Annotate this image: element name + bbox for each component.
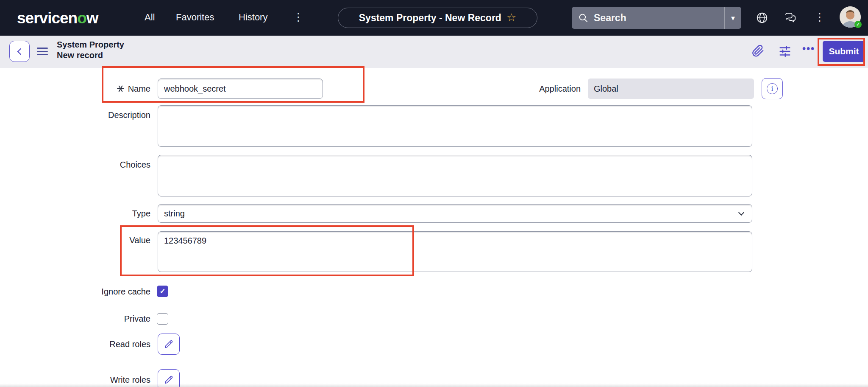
type-select[interactable]: string <box>158 204 752 223</box>
pencil-icon <box>163 339 174 350</box>
top-kebab-icon[interactable]: ⋮ <box>814 11 825 22</box>
submit-button[interactable]: Submit <box>823 41 865 62</box>
field-label-value: Value <box>42 235 150 245</box>
form-header-bar: System Property New record ••• Submit <box>0 36 868 68</box>
value-label-text: Value <box>129 235 150 245</box>
attachment-button[interactable] <box>751 44 765 58</box>
field-label-description: Description <box>42 110 150 120</box>
form-title-type: System Property <box>57 39 124 50</box>
field-label-application: Application <box>483 84 581 94</box>
info-icon: i <box>767 83 778 94</box>
record-tab-label: System Property - New Record <box>359 12 501 24</box>
nav-overflow-kebab-icon[interactable]: ⋮ <box>293 11 304 22</box>
search-scope-dropdown[interactable]: ▼ <box>724 7 741 29</box>
global-search[interactable]: ▼ <box>572 7 741 29</box>
form-title-record: New record <box>57 50 124 61</box>
caret-down-icon: ▼ <box>730 14 736 22</box>
field-label-ignore-cache: Ignore cache <box>42 286 150 297</box>
value-textarea[interactable]: 123456789 <box>158 231 752 272</box>
write-roles-label-text: Write roles <box>110 375 150 385</box>
open-record-tab[interactable]: System Property - New Record ☆ <box>338 8 537 28</box>
form-context-menu-icon[interactable] <box>37 46 48 56</box>
logo-text-pre: servicen <box>17 9 77 27</box>
name-input[interactable] <box>158 79 323 99</box>
description-textarea[interactable] <box>158 105 752 147</box>
chevron-down-icon <box>738 209 744 215</box>
favorite-star-icon[interactable]: ☆ <box>506 12 516 23</box>
choices-textarea[interactable] <box>158 155 752 196</box>
ignore-cache-label-text: Ignore cache <box>101 286 150 297</box>
search-icon <box>578 12 589 23</box>
type-label-text: Type <box>132 208 150 219</box>
field-label-type: Type <box>42 208 150 219</box>
more-options-icon[interactable]: ••• <box>802 43 815 55</box>
pencil-icon <box>163 374 174 385</box>
private-label-text: Private <box>124 314 150 324</box>
logo-green-o: o <box>77 9 86 27</box>
write-roles-edit-button[interactable] <box>158 369 180 387</box>
nav-item-history[interactable]: History <box>239 12 267 23</box>
read-roles-edit-button[interactable] <box>158 334 180 355</box>
application-info-button[interactable]: i <box>762 78 783 99</box>
user-avatar[interactable]: ✓ <box>840 6 861 28</box>
form-title: System Property New record <box>57 39 124 61</box>
type-select-value: string <box>164 209 185 219</box>
servicenow-logo[interactable]: servicenow <box>17 9 98 27</box>
field-label-name: Name <box>42 84 150 94</box>
application-readonly-field: Global <box>588 79 754 99</box>
back-button[interactable] <box>9 41 30 62</box>
choices-label-text: Choices <box>120 160 150 170</box>
ignore-cache-checkbox[interactable]: ✓ <box>157 286 168 297</box>
search-input[interactable] <box>589 7 724 29</box>
online-status-badge: ✓ <box>854 21 862 28</box>
read-roles-label-text: Read roles <box>109 339 150 349</box>
required-icon <box>117 85 124 93</box>
field-label-write-roles: Write roles <box>42 375 150 385</box>
logo-text-post: w <box>86 9 98 27</box>
personalize-form-icon[interactable] <box>778 44 792 59</box>
globe-button[interactable] <box>756 11 768 24</box>
chevron-left-icon <box>17 48 24 55</box>
servicenow-app: servicenow All Favorites History ⋮ Syste… <box>0 0 868 387</box>
field-label-read-roles: Read roles <box>42 339 150 349</box>
field-label-choices: Choices <box>42 160 150 170</box>
field-label-private: Private <box>42 314 150 324</box>
application-label-text: Application <box>539 84 581 94</box>
nav-item-favorites[interactable]: Favorites <box>176 12 214 23</box>
description-label-text: Description <box>108 110 150 120</box>
private-checkbox[interactable]: ✓ <box>157 313 168 325</box>
record-form: Name Application Global i Description Ch… <box>0 68 868 387</box>
chat-button[interactable] <box>784 11 797 24</box>
top-nav-bar: servicenow All Favorites History ⋮ Syste… <box>0 0 868 36</box>
checkmark-icon: ✓ <box>159 287 165 296</box>
nav-item-all[interactable]: All <box>145 12 155 23</box>
name-label-text: Name <box>128 84 150 94</box>
